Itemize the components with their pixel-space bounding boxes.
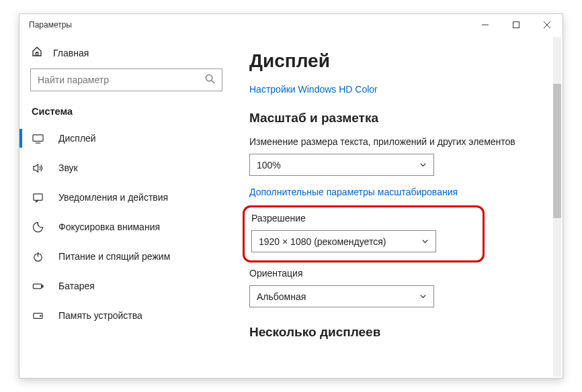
nav: Дисплей Звук Уведомления и действия Фоку… <box>19 124 235 330</box>
advanced-scale-link[interactable]: Дополнительные параметры масштабирования <box>249 187 549 197</box>
resolution-select[interactable]: 1920 × 1080 (рекомендуется) <box>251 230 436 252</box>
power-icon <box>32 251 44 262</box>
scrollbar-thumb[interactable] <box>553 84 561 218</box>
sidebar-item-display[interactable]: Дисплей <box>19 124 235 153</box>
resolution-value: 1920 × 1080 (рекомендуется) <box>259 236 386 247</box>
svg-rect-1 <box>513 22 519 28</box>
search-container <box>30 68 222 91</box>
sidebar-item-label: Питание и спящий режим <box>58 251 170 262</box>
svg-rect-6 <box>32 134 42 140</box>
home-label: Главная <box>53 48 89 58</box>
sidebar-item-label: Звук <box>58 162 78 173</box>
multiple-displays-heading: Несколько дисплеев <box>249 325 549 340</box>
sidebar-item-notifications[interactable]: Уведомления и действия <box>19 183 235 212</box>
sidebar-item-label: Память устройства <box>58 310 142 321</box>
sidebar-item-battery[interactable]: Батарея <box>19 271 235 301</box>
scrollbar[interactable] <box>553 37 561 377</box>
window-title: Параметры <box>29 20 72 30</box>
chevron-down-icon <box>419 291 427 302</box>
sidebar-item-label: Уведомления и действия <box>58 192 168 203</box>
sidebar-item-storage[interactable]: Память устройства <box>19 301 235 330</box>
orientation-select[interactable]: Альбомная <box>249 285 434 307</box>
sidebar-item-label: Дисплей <box>58 133 96 144</box>
svg-line-5 <box>212 80 214 83</box>
search-box[interactable] <box>30 68 222 91</box>
sidebar-item-label: Фокусировка внимания <box>58 222 160 232</box>
scale-select[interactable]: 100% <box>249 154 434 176</box>
svg-rect-12 <box>42 285 43 287</box>
notifications-icon <box>32 192 44 203</box>
sound-icon <box>32 162 44 174</box>
display-icon <box>32 133 44 144</box>
home-icon <box>32 46 42 59</box>
search-input[interactable] <box>38 75 205 85</box>
section-label: Система <box>30 106 235 117</box>
settings-window: Параметры Главная Система Дисплей <box>19 13 563 379</box>
main-content: Дисплей Настройки Windows HD Color Масшт… <box>235 36 563 378</box>
resolution-label: Разрешение <box>251 213 476 224</box>
orientation-value: Альбомная <box>257 291 306 302</box>
scale-heading: Масштаб и разметка <box>249 111 549 126</box>
scale-label: Изменение размера текста, приложений и д… <box>249 136 549 147</box>
battery-icon <box>32 281 44 292</box>
svg-rect-8 <box>33 193 42 199</box>
sidebar-item-sound[interactable]: Звук <box>19 153 235 183</box>
resolution-highlight: Разрешение 1920 × 1080 (рекомендуется) <box>243 205 485 262</box>
hd-color-link[interactable]: Настройки Windows HD Color <box>249 84 549 95</box>
chevron-down-icon <box>421 236 429 247</box>
sidebar-item-focus[interactable]: Фокусировка внимания <box>19 212 235 242</box>
minimize-button[interactable] <box>470 14 501 36</box>
svg-point-14 <box>40 315 41 316</box>
close-button[interactable] <box>532 14 563 36</box>
maximize-button[interactable] <box>501 14 532 36</box>
home-link[interactable]: Главная <box>30 42 235 68</box>
svg-rect-11 <box>33 284 41 289</box>
sidebar: Главная Система Дисплей Звук <box>19 36 235 378</box>
scale-value: 100% <box>257 160 281 170</box>
sidebar-item-label: Батарея <box>58 281 95 291</box>
titlebar: Параметры <box>19 14 563 36</box>
svg-point-4 <box>206 75 212 81</box>
search-icon <box>205 74 215 87</box>
sidebar-item-power[interactable]: Питание и спящий режим <box>19 242 235 271</box>
page-title: Дисплей <box>249 50 549 72</box>
chevron-down-icon <box>419 160 427 170</box>
focus-icon <box>32 222 44 233</box>
storage-icon <box>32 310 44 322</box>
orientation-label: Ориентация <box>249 268 549 279</box>
